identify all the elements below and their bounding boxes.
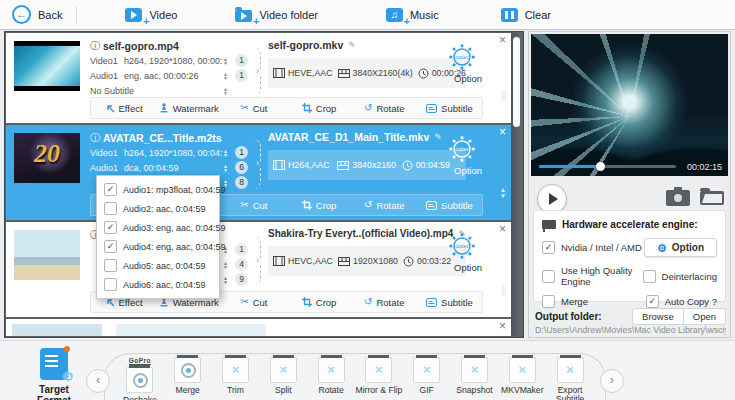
rename-icon[interactable]: ✎: [348, 40, 356, 50]
row-reorder-arrows[interactable]: △▽: [501, 284, 506, 296]
checkbox[interactable]: [104, 240, 117, 253]
track-spinner[interactable]: ▲▼: [223, 149, 231, 157]
seek-bar[interactable]: [539, 165, 676, 168]
checkbox[interactable]: [542, 295, 555, 308]
file-list-panel: ⓘself-gopro.mp4 Video1h264, 1920*1080, 0…: [4, 31, 524, 338]
track-spinner[interactable]: ▲▼: [223, 261, 231, 269]
snapshot-camera-icon[interactable]: [666, 190, 690, 206]
deinterlacing-checkbox-row[interactable]: Deinterlacing: [643, 270, 717, 283]
crop-button[interactable]: Crop: [287, 195, 352, 215]
tools-scroll-right[interactable]: ›: [600, 369, 624, 393]
track-spinner[interactable]: ▲▼: [223, 164, 231, 172]
add-video-button[interactable]: + Video: [125, 8, 177, 22]
tool-mkvmaker[interactable]: × MKVMaker: [498, 349, 546, 400]
codec-option-button[interactable]: codec Option: [447, 42, 489, 84]
track-spinner[interactable]: ▲▼: [223, 276, 231, 284]
tool-trim[interactable]: × Trim: [212, 349, 260, 400]
autocopy-checkbox-row[interactable]: Auto Copy ?: [646, 295, 717, 308]
subtitle-button[interactable]: Subtitle: [417, 292, 482, 312]
track-count-badge[interactable]: 9: [235, 273, 248, 286]
hq-engine-checkbox-row[interactable]: Use High Quality Engine: [542, 265, 643, 287]
crop-button[interactable]: Crop: [287, 98, 352, 118]
audio-track-item[interactable]: Audio6: aac, 0:04:59: [97, 275, 219, 294]
tool-mirror-flip[interactable]: × Mirror & Flip: [355, 349, 403, 400]
video-preview[interactable]: 00:02:15: [531, 34, 728, 176]
track-spinner[interactable]: ▲▼: [223, 72, 231, 80]
rename-icon[interactable]: ✎: [434, 132, 442, 142]
tool-split[interactable]: × Split: [259, 349, 307, 400]
row-reorder-arrows[interactable]: △▽: [501, 89, 506, 101]
checkbox[interactable]: [542, 270, 555, 283]
tool-merge[interactable]: Merge: [164, 349, 212, 400]
file-row-shakira[interactable]: ⓘ ▲▼ 1 ▲▼ 4 ▲▼ 9 › Shakira-Try Everyt..(…: [6, 222, 511, 317]
track-spinner[interactable]: ▲▼: [223, 57, 231, 65]
remove-file-icon[interactable]: ×: [499, 125, 506, 139]
track-spinner[interactable]: ▲▼: [223, 87, 231, 95]
track-count-badge[interactable]: 4: [235, 258, 248, 271]
file-row-partial[interactable]: ×: [6, 319, 511, 336]
effect-button[interactable]: Effect: [91, 98, 156, 118]
cut-button[interactable]: ✂Cut: [221, 195, 286, 215]
checkbox[interactable]: [643, 270, 656, 283]
audio-track-item[interactable]: Audio1: mp3float, 0:04:59: [97, 180, 219, 199]
crop-icon: [302, 200, 312, 210]
checkbox[interactable]: [542, 241, 555, 254]
browse-button[interactable]: Browse: [632, 308, 684, 325]
checkbox[interactable]: [104, 202, 117, 215]
rotate-button[interactable]: ↺Rotate: [352, 292, 417, 312]
nvidia-checkbox-row[interactable]: Nvidia / Intel / AMD: [542, 241, 642, 254]
remove-file-icon[interactable]: ×: [499, 319, 506, 333]
remove-file-icon[interactable]: ×: [499, 33, 506, 47]
engine-option-button[interactable]: ⚙Option: [644, 238, 717, 257]
checkbox[interactable]: [104, 221, 117, 234]
open-folder-icon[interactable]: [700, 191, 724, 205]
codec-option-button[interactable]: codec Option: [447, 231, 489, 273]
rotate-button[interactable]: ↺Rotate: [352, 98, 417, 118]
track-count-badge[interactable]: 1: [235, 54, 248, 67]
file-row-avatar[interactable]: 20 ⓘAVATAR_CE...Title.m2ts Video1h264, 1…: [6, 125, 511, 220]
audio-track-item[interactable]: Audio3: eng, aac, 0:04:59: [97, 218, 219, 237]
subtitle-button[interactable]: Subtitle: [417, 98, 482, 118]
info-icon[interactable]: ⓘ: [90, 39, 100, 53]
codec-option-button[interactable]: codec Option: [447, 134, 489, 176]
seek-handle[interactable]: [596, 162, 605, 171]
checkbox[interactable]: [104, 259, 117, 272]
track-count-badge[interactable]: 1: [235, 243, 248, 256]
crop-button[interactable]: Crop: [287, 292, 352, 312]
merge-checkbox-row[interactable]: Merge: [542, 295, 588, 308]
open-button[interactable]: Open: [684, 308, 726, 325]
watermark-button[interactable]: Watermark: [156, 98, 221, 118]
tool-deshake[interactable]: GoPro Deshake: [116, 349, 164, 400]
target-format-button[interactable]: ⚙ Target Format: [22, 348, 86, 400]
remove-file-icon[interactable]: ×: [499, 222, 506, 236]
tool-snapshot[interactable]: × Snapshot: [451, 349, 499, 400]
clear-button[interactable]: Clear: [501, 8, 551, 22]
row-reorder-arrows[interactable]: ▲▼: [500, 187, 506, 199]
subtitle-button[interactable]: Subtitle: [417, 195, 482, 215]
rotate-button[interactable]: ↺Rotate: [352, 195, 417, 215]
info-icon[interactable]: ⓘ: [90, 131, 100, 145]
track-count-badge[interactable]: 1: [235, 69, 248, 82]
cut-button[interactable]: ✂Cut: [221, 292, 286, 312]
track-count-badge[interactable]: 1: [235, 146, 248, 159]
list-scrollbar[interactable]: [511, 33, 522, 336]
target-format-icon: ⚙: [40, 348, 68, 380]
cut-button[interactable]: ✂Cut: [221, 98, 286, 118]
add-video-folder-button[interactable]: + Video folder: [235, 7, 318, 22]
checkbox[interactable]: [104, 278, 117, 291]
tool-rotate[interactable]: × Rotate: [307, 349, 355, 400]
checkbox[interactable]: [646, 295, 659, 308]
file-row-self-gopro[interactable]: ⓘself-gopro.mp4 Video1h264, 1920*1080, 0…: [6, 33, 511, 123]
back-button[interactable]: ← Back: [12, 5, 62, 24]
tools-scroll-left[interactable]: ‹: [86, 369, 110, 393]
track-count-badge[interactable]: 6: [235, 161, 248, 174]
tool-export-subtitle[interactable]: × Export Subtitle: [546, 349, 594, 400]
scrollbar-thumb[interactable]: [513, 37, 520, 127]
track-count-badge[interactable]: 8: [235, 176, 248, 189]
checkbox[interactable]: [104, 183, 117, 196]
audio-track-item[interactable]: Audio4: eng, aac, 0:04:59: [97, 237, 219, 256]
audio-track-item[interactable]: Audio5: aac, 0:04:59: [97, 256, 219, 275]
tool-gif[interactable]: × GIF: [403, 349, 451, 400]
add-music-button[interactable]: ♫+ Music: [386, 8, 439, 22]
audio-track-item[interactable]: Audio2: aac, 0:04:59: [97, 199, 219, 218]
